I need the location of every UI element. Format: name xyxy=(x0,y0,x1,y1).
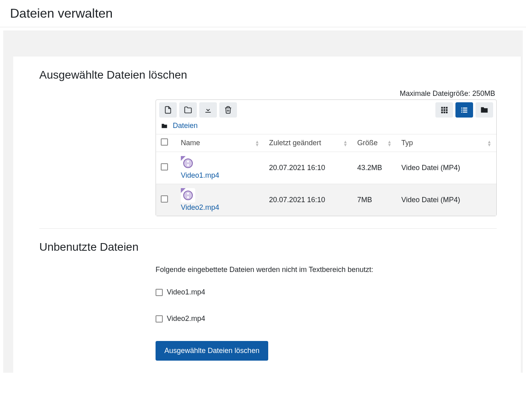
unused-file-checkbox[interactable] xyxy=(156,289,163,296)
svg-rect-14 xyxy=(461,112,463,113)
download-button[interactable] xyxy=(199,102,217,118)
section-divider xyxy=(39,228,497,229)
unused-files-heading: Unbenutzte Dateien xyxy=(39,241,497,254)
header-type-label: Typ xyxy=(401,139,413,147)
download-icon xyxy=(204,106,212,114)
svg-rect-9 xyxy=(446,112,447,113)
file-icon xyxy=(164,106,172,114)
svg-rect-5 xyxy=(443,109,445,111)
svg-rect-6 xyxy=(446,109,447,111)
header-modified-label: Zuletzt geändert xyxy=(269,139,321,147)
view-grid-button[interactable] xyxy=(435,102,453,118)
unused-file-label: Video1.mp4 xyxy=(167,288,205,296)
svg-rect-15 xyxy=(463,112,467,113)
file-size: 43.2MB xyxy=(352,152,397,184)
file-cell: Video2.mp4 xyxy=(181,188,259,212)
svg-rect-4 xyxy=(441,109,443,111)
header-size[interactable]: Größe ▲▼ xyxy=(352,134,397,152)
file-type: Video Datei (MP4) xyxy=(397,152,496,184)
view-list-button[interactable] xyxy=(455,102,473,118)
header-name-label: Name xyxy=(181,139,200,147)
file-cell: Video1.mp4 xyxy=(181,156,259,180)
file-modified: 20.07.2021 16:10 xyxy=(264,152,352,184)
delete-files-heading: Ausgewählte Dateien löschen xyxy=(39,69,497,81)
unused-file-checkbox[interactable] xyxy=(156,315,163,323)
trash-icon xyxy=(224,106,232,114)
unused-description: Folgende eingebettete Dateien werden nic… xyxy=(156,266,497,274)
unused-content: Folgende eingebettete Dateien werden nic… xyxy=(156,266,497,361)
inner-card: Ausgewählte Dateien löschen Maximale Dat… xyxy=(13,57,521,373)
unused-file-row: Video1.mp4 xyxy=(156,288,497,296)
folder-solid-icon xyxy=(480,106,488,114)
file-size: 7MB xyxy=(352,184,397,216)
svg-rect-0 xyxy=(205,112,210,113)
max-filesize-label: Maximale Dateigröße: 250MB xyxy=(39,89,497,98)
file-modified: 20.07.2021 16:10 xyxy=(264,184,352,216)
file-link[interactable]: Video2.mp4 xyxy=(181,203,219,212)
header-type[interactable]: Typ ▲▼ xyxy=(397,134,496,152)
view-tree-button[interactable] xyxy=(475,102,493,118)
toolbar-left xyxy=(159,102,237,118)
breadcrumb-folder-icon xyxy=(161,123,168,129)
file-link[interactable]: Video1.mp4 xyxy=(181,171,219,180)
file-table: Name ▲▼ Zuletzt geändert ▲▼ Größe ▲▼ T xyxy=(156,134,496,216)
unused-file-row: Video2.mp4 xyxy=(156,314,497,323)
select-all-checkbox[interactable] xyxy=(161,138,168,146)
header-modified[interactable]: Zuletzt geändert ▲▼ xyxy=(264,134,352,152)
video-file-icon xyxy=(181,156,195,170)
delete-selected-button[interactable]: Ausgewählte Dateien löschen xyxy=(156,341,268,361)
video-file-icon xyxy=(181,188,195,203)
svg-rect-10 xyxy=(461,108,463,109)
svg-rect-2 xyxy=(443,107,445,109)
outer-card: Ausgewählte Dateien löschen Maximale Dat… xyxy=(3,30,523,373)
new-folder-button[interactable] xyxy=(179,102,197,118)
svg-rect-7 xyxy=(441,112,443,113)
file-type: Video Datei (MP4) xyxy=(397,184,496,216)
sort-icon: ▲▼ xyxy=(343,140,348,146)
folder-icon xyxy=(184,106,192,114)
table-row: Video1.mp4 20.07.2021 16:10 43.2MB Video… xyxy=(156,152,496,184)
breadcrumb: Dateien xyxy=(156,120,496,134)
unused-file-label: Video2.mp4 xyxy=(167,314,205,323)
table-header-row: Name ▲▼ Zuletzt geändert ▲▼ Größe ▲▼ T xyxy=(156,134,496,152)
add-file-button[interactable] xyxy=(159,102,177,118)
table-row: Video2.mp4 20.07.2021 16:10 7MB Video Da… xyxy=(156,184,496,216)
svg-rect-12 xyxy=(461,110,463,111)
svg-rect-1 xyxy=(441,107,443,109)
list-icon xyxy=(460,106,468,114)
unused-files-section: Unbenutzte Dateien Folgende eingebettete… xyxy=(39,241,497,361)
svg-rect-13 xyxy=(463,110,467,111)
row-checkbox[interactable] xyxy=(161,163,168,170)
delete-button[interactable] xyxy=(219,102,237,118)
sort-icon: ▲▼ xyxy=(255,140,259,146)
page-title: Dateien verwalten xyxy=(0,0,526,27)
svg-rect-11 xyxy=(463,108,467,109)
grid-icon xyxy=(440,106,448,114)
file-picker: Dateien Name ▲▼ Zuletzt geändert xyxy=(156,99,497,216)
toolbar-right xyxy=(435,102,493,118)
header-name[interactable]: Name ▲▼ xyxy=(176,134,264,152)
filepicker-toolbar xyxy=(156,100,496,120)
svg-rect-3 xyxy=(446,107,447,109)
sort-icon: ▲▼ xyxy=(487,140,492,146)
header-size-label: Größe xyxy=(357,139,378,147)
sort-icon: ▲▼ xyxy=(387,140,392,146)
svg-rect-8 xyxy=(443,112,445,113)
row-checkbox[interactable] xyxy=(161,195,168,203)
breadcrumb-root-link[interactable]: Dateien xyxy=(173,122,198,130)
header-select-all xyxy=(156,134,176,152)
